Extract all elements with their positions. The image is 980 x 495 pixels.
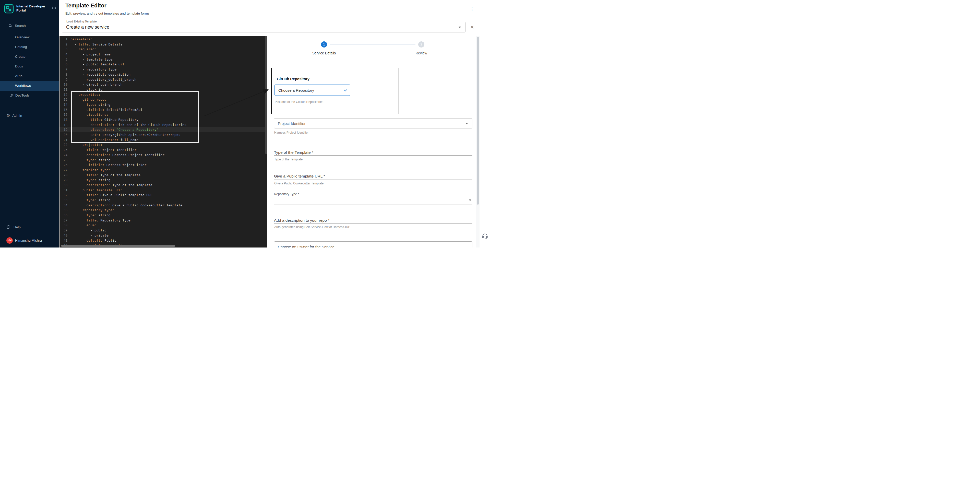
step-1-indicator[interactable]: 1 bbox=[321, 41, 327, 48]
code-line[interactable]: 15 ui:field: SelectFieldFromApi bbox=[59, 107, 267, 112]
code-line[interactable]: 31 public_template_url: bbox=[59, 188, 267, 193]
code-line[interactable]: 11 - slack_id bbox=[59, 87, 267, 92]
github-repository-select[interactable]: Choose a Repository bbox=[275, 84, 350, 96]
code-line[interactable]: 14 type: string bbox=[59, 102, 267, 107]
page-scrollbar-thumb[interactable] bbox=[477, 37, 479, 205]
line-number: 18 bbox=[62, 123, 67, 127]
line-number: 7 bbox=[62, 67, 67, 72]
close-icon[interactable]: ✕ bbox=[469, 24, 476, 31]
code-line[interactable]: 20 path: proxy/github-api/users/OrkoHunt… bbox=[59, 132, 267, 137]
line-number: 4 bbox=[62, 52, 67, 57]
divider bbox=[7, 31, 47, 31]
user-name: Himanshu Mishra bbox=[15, 239, 42, 242]
code-line[interactable]: 35 repository_type: bbox=[59, 208, 267, 213]
public-template-url-field-label[interactable]: Give a Public template URL * bbox=[274, 174, 325, 178]
sidebar-search[interactable]: Search bbox=[0, 22, 59, 29]
code-line[interactable]: 7 - repository_type bbox=[59, 67, 267, 72]
sidebar-item-catalog[interactable]: Catalog bbox=[0, 42, 59, 52]
support-headset-icon[interactable] bbox=[482, 232, 488, 239]
code-line[interactable]: 38 enum: bbox=[59, 223, 267, 228]
code-line[interactable]: 40 - private bbox=[59, 233, 267, 238]
code-line[interactable]: 9 - repository_default_branch bbox=[59, 77, 267, 82]
line-number: 12 bbox=[62, 92, 67, 97]
code-line[interactable]: 16 ui:options: bbox=[59, 112, 267, 117]
code-line[interactable]: 19 placeholder: 'Choose a Repository' bbox=[59, 127, 267, 132]
template-type-field-underline bbox=[274, 155, 473, 156]
code-line[interactable]: 8 - repositoty_description bbox=[59, 72, 267, 77]
line-number: 36 bbox=[62, 213, 67, 218]
project-identifier-select[interactable]: Project Identifier bbox=[274, 118, 473, 129]
project-identifier-value: Project Identifier bbox=[278, 121, 305, 126]
load-template-select-value: Create a new service bbox=[66, 24, 109, 30]
chevron-down-icon[interactable] bbox=[469, 199, 471, 201]
code-line[interactable]: 17 title: GitHub Repository bbox=[59, 117, 267, 123]
code-line[interactable]: 29 type: string bbox=[59, 178, 267, 183]
editor-vertical-scrollbar[interactable] bbox=[265, 36, 267, 154]
page-scrollbar[interactable] bbox=[476, 36, 479, 247]
chat-bubble-icon bbox=[6, 225, 11, 229]
idp-logo-icon bbox=[4, 4, 14, 14]
template-type-field-label[interactable]: Type of the Template * bbox=[274, 150, 313, 155]
code-line[interactable]: 24 description: Harness Project Identifi… bbox=[59, 153, 267, 158]
apps-grid-icon[interactable] bbox=[52, 5, 56, 9]
line-number: 15 bbox=[62, 107, 67, 112]
yaml-editor[interactable]: 1parameters:2 - title: Service Details3 … bbox=[59, 36, 267, 247]
code-line[interactable]: 13 github_repo: bbox=[59, 97, 267, 102]
code-line[interactable]: 32 title: Give a Public template URL bbox=[59, 193, 267, 198]
code-line[interactable]: 2 - title: Service Details bbox=[59, 42, 267, 47]
code-line[interactable]: 39 - public bbox=[59, 228, 267, 233]
code-line[interactable]: 26 ui:field: HarnessProjectPicker bbox=[59, 162, 267, 167]
chevron-down-icon bbox=[344, 89, 347, 91]
code-line[interactable]: 28 title: Type of the Template bbox=[59, 173, 267, 178]
code-line[interactable]: 10 - direct_push_branch bbox=[59, 82, 267, 87]
code-line[interactable]: 5 - template_type bbox=[59, 57, 267, 62]
line-number: 6 bbox=[62, 62, 67, 67]
code-line[interactable]: 36 type: string bbox=[59, 213, 267, 218]
line-number: 8 bbox=[62, 72, 67, 77]
code-line[interactable]: 33 type: string bbox=[59, 198, 267, 203]
line-number: 34 bbox=[62, 203, 67, 208]
line-number: 5 bbox=[62, 57, 67, 62]
public-template-url-field-underline bbox=[274, 180, 473, 180]
code-line[interactable]: 23 title: Project Identifier bbox=[59, 147, 267, 153]
code-line[interactable]: 25 type: string bbox=[59, 158, 267, 163]
main-content: Template Editor Edit, preview, and try o… bbox=[59, 0, 490, 247]
code-line[interactable]: 34 description: Give a Public Cookiecutt… bbox=[59, 203, 267, 208]
user-profile[interactable]: HM Himanshu Mishra bbox=[0, 237, 59, 244]
code-line[interactable]: 1parameters: bbox=[59, 37, 267, 42]
code-line[interactable]: 41 default: Public bbox=[59, 238, 267, 243]
repository-type-select-label: Repository Type * bbox=[274, 192, 299, 196]
kebab-menu-icon[interactable]: ⋮ bbox=[469, 6, 475, 13]
code-line[interactable]: 22 projectId: bbox=[59, 142, 267, 147]
sidebar-item-help[interactable]: Help bbox=[0, 224, 59, 230]
sidebar-item-workflows[interactable]: Workflows bbox=[0, 81, 59, 91]
code-line[interactable]: 27 template_type: bbox=[59, 167, 267, 173]
chevron-down-icon bbox=[458, 27, 461, 28]
owner-select[interactable]: Choose an Owner for the Service bbox=[274, 241, 473, 247]
sidebar-item-admin[interactable]: ⚙ Admin bbox=[0, 112, 59, 118]
search-icon bbox=[8, 24, 12, 28]
line-number: 19 bbox=[62, 127, 67, 132]
sidebar-item-overview[interactable]: Overview bbox=[0, 32, 59, 42]
code-line[interactable]: 37 title: Repository Type bbox=[59, 218, 267, 223]
line-number: 13 bbox=[62, 97, 67, 102]
code-line[interactable]: 18 description: Pick one of the GitHub R… bbox=[59, 123, 267, 127]
sidebar-item-apis[interactable]: APIs bbox=[0, 71, 59, 81]
step-2-indicator[interactable]: 2 bbox=[418, 41, 425, 48]
code-lines: 1parameters:2 - title: Service Details3 … bbox=[59, 36, 267, 247]
code-line[interactable]: 3 required: bbox=[59, 47, 267, 52]
code-line[interactable]: 6 - public_template_url bbox=[59, 62, 267, 67]
code-line[interactable]: 30 description: Type of the Template bbox=[59, 183, 267, 188]
repo-description-field-label[interactable]: Add a description to your repo * bbox=[274, 218, 329, 223]
sidebar-item-devtools[interactable]: DevTools bbox=[0, 91, 59, 100]
brand-title: Internal Developer Portal bbox=[16, 4, 46, 13]
sidebar-item-docs[interactable]: Docs bbox=[0, 62, 59, 71]
line-number: 33 bbox=[62, 198, 67, 203]
sidebar-item-create[interactable]: Create bbox=[0, 52, 59, 62]
code-line[interactable]: 12 properties: bbox=[59, 92, 267, 97]
github-repository-label: GitHub Repository bbox=[277, 77, 309, 81]
load-template-select[interactable]: Load Existing Template Create a new serv… bbox=[62, 22, 466, 32]
code-line[interactable]: 21 valueSelector: full_name bbox=[59, 137, 267, 143]
code-line[interactable]: 4 - project_name bbox=[59, 52, 267, 57]
editor-horizontal-scrollbar[interactable] bbox=[61, 245, 175, 247]
